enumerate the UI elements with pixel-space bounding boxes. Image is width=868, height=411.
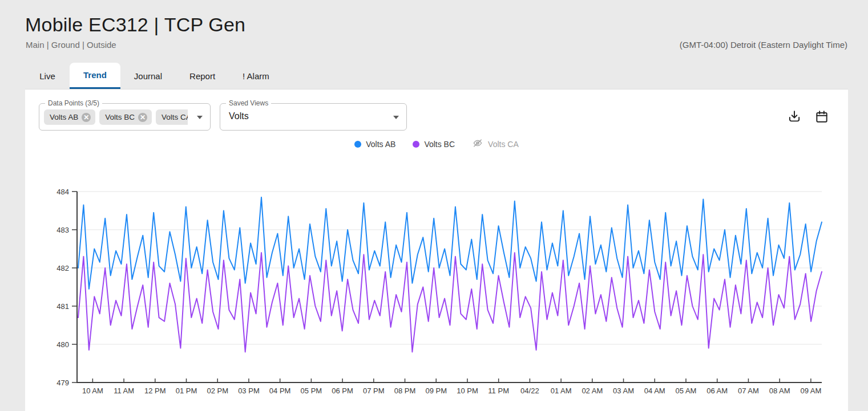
svg-text:08 AM: 08 AM <box>769 386 790 395</box>
chip-volts-ab[interactable]: Volts AB ✕ <box>44 109 95 125</box>
data-points-label: Data Points (3/5) <box>45 99 102 107</box>
legend-item-volts-bc[interactable]: Volts BC <box>413 140 455 149</box>
data-points-select[interactable]: Data Points (3/5) Volts AB ✕ Volts BC ✕ … <box>39 103 211 131</box>
svg-text:05 PM: 05 PM <box>301 386 322 395</box>
svg-text:07 PM: 07 PM <box>363 386 385 395</box>
tab-journal[interactable]: Journal <box>120 63 176 89</box>
svg-text:02 AM: 02 AM <box>582 386 603 395</box>
page-title: Mobile EC312 | TCP Gen <box>25 14 245 36</box>
trend-panel: Data Points (3/5) Volts AB ✕ Volts BC ✕ … <box>25 89 848 411</box>
saved-views-label: Saved Views <box>226 99 271 107</box>
chip-volts-ab-label: Volts AB <box>50 113 78 121</box>
chip-volts-bc-remove-icon[interactable]: ✕ <box>138 113 147 122</box>
legend-volts-ca-label: Volts CA <box>488 140 519 149</box>
svg-text:11 PM: 11 PM <box>488 386 509 395</box>
legend-item-volts-ab[interactable]: Volts AB <box>354 140 395 149</box>
tab-trend[interactable]: Trend <box>70 63 120 89</box>
tab-bar: Live Trend Journal Report ! Alarm <box>25 63 283 89</box>
saved-views-select[interactable]: Saved Views Volts <box>220 103 407 131</box>
date-range-button[interactable] <box>814 109 829 124</box>
svg-text:07 AM: 07 AM <box>738 386 759 395</box>
chip-volts-ca-label: Volts CA <box>162 113 188 121</box>
tab-report[interactable]: Report <box>176 63 229 89</box>
svg-text:11 AM: 11 AM <box>114 386 134 395</box>
svg-text:04/22: 04/22 <box>520 386 539 395</box>
legend-volts-ab-label: Volts AB <box>366 140 395 149</box>
svg-text:08 PM: 08 PM <box>394 386 416 395</box>
trend-chart-svg: 47948048148248348410 AM11 AM12 PM01 PM02… <box>34 186 839 405</box>
saved-views-caret-icon[interactable] <box>393 116 399 119</box>
svg-text:05 AM: 05 AM <box>676 386 697 395</box>
svg-text:04 AM: 04 AM <box>644 386 665 395</box>
chip-volts-bc-label: Volts BC <box>105 113 135 121</box>
data-points-caret-icon[interactable] <box>197 116 203 119</box>
svg-text:10 PM: 10 PM <box>457 386 478 395</box>
svg-text:01 PM: 01 PM <box>176 386 197 395</box>
chip-volts-ab-remove-icon[interactable]: ✕ <box>82 113 91 122</box>
chart-legend: Volts AB Volts BC Volts CA <box>25 137 848 150</box>
chip-volts-ca[interactable]: Volts CA ✕ <box>156 109 188 125</box>
svg-text:06 AM: 06 AM <box>706 386 728 395</box>
timezone-label: (GMT-04:00) Detroit (Eastern Daylight Ti… <box>680 40 847 50</box>
svg-text:481: 481 <box>56 302 69 311</box>
calendar-icon <box>814 109 829 124</box>
svg-text:01 AM: 01 AM <box>551 386 572 395</box>
eye-off-icon <box>472 137 483 150</box>
tab-live[interactable]: Live <box>25 63 70 89</box>
volts-bc-dot-icon <box>413 141 419 148</box>
svg-text:03 PM: 03 PM <box>238 386 260 395</box>
data-points-chips: Volts AB ✕ Volts BC ✕ Volts CA ✕ <box>44 109 188 125</box>
svg-text:482: 482 <box>56 264 69 272</box>
svg-text:484: 484 <box>56 188 69 196</box>
svg-text:09 AM: 09 AM <box>800 386 821 395</box>
svg-text:03 AM: 03 AM <box>613 386 634 395</box>
svg-text:480: 480 <box>56 340 69 349</box>
download-icon <box>787 109 802 124</box>
trend-chart[interactable]: 47948048148248348410 AM11 AM12 PM01 PM02… <box>34 186 839 405</box>
download-button[interactable] <box>787 109 802 124</box>
app-root: { "header": { "title": "Mobile EC312 | T… <box>0 0 868 411</box>
svg-text:09 PM: 09 PM <box>425 386 447 395</box>
svg-text:479: 479 <box>56 379 69 387</box>
tab-alarm[interactable]: ! Alarm <box>229 63 283 89</box>
legend-volts-bc-label: Volts BC <box>424 140 455 149</box>
svg-text:10 AM: 10 AM <box>82 386 103 395</box>
legend-item-volts-ca[interactable]: Volts CA <box>472 137 519 150</box>
volts-ab-dot-icon <box>354 141 361 148</box>
svg-text:483: 483 <box>56 226 69 234</box>
breadcrumb: Main | Ground | Outside <box>26 40 116 50</box>
saved-views-value: Volts <box>229 111 249 121</box>
svg-text:02 PM: 02 PM <box>207 386 228 395</box>
svg-text:06 PM: 06 PM <box>332 386 353 395</box>
svg-text:12 PM: 12 PM <box>144 386 166 395</box>
svg-text:04 PM: 04 PM <box>269 386 291 395</box>
chip-volts-bc[interactable]: Volts BC ✕ <box>99 109 152 125</box>
